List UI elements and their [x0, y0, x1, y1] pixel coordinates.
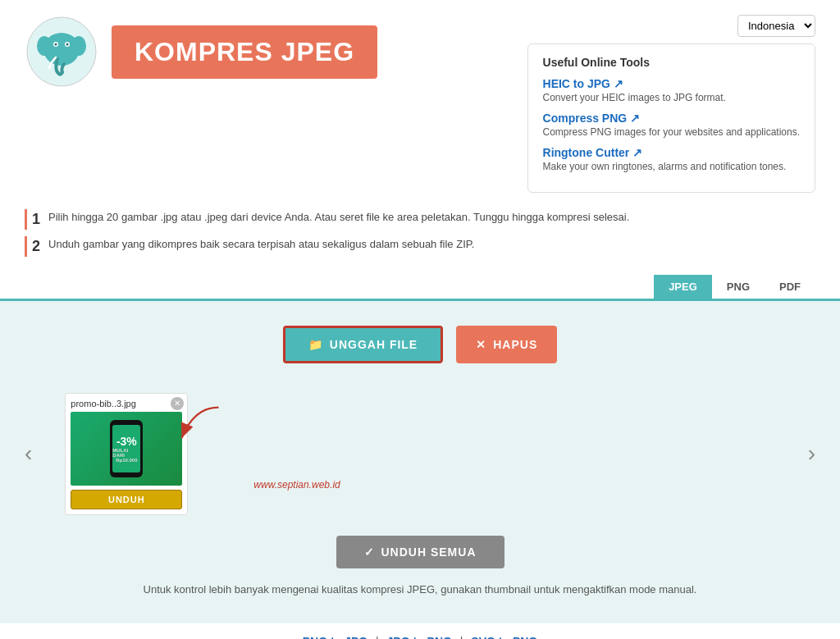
carousel-left-arrow[interactable]: ‹	[16, 432, 40, 475]
useful-tools-heading: Useful Online Tools	[543, 56, 800, 69]
top-bar: KOMPRES JPEG Indonesia English Useful On…	[0, 0, 840, 201]
svg-point-7	[66, 43, 69, 46]
file-cards: promo-bib..3.jpg ✕ -3% MULAI DARI Rp10.0…	[40, 393, 799, 515]
logo-elephant	[25, 15, 98, 89]
site-title: KOMPRES JPEG	[112, 25, 377, 79]
heic-to-jpg-link[interactable]: HEIC to JPG ↗	[543, 77, 623, 90]
watermark: www.septian.web.id	[253, 479, 340, 491]
svg-point-2	[37, 36, 52, 56]
delete-button-label: HAPUS	[493, 338, 537, 351]
arrow-indicator	[176, 401, 225, 450]
top-right: Indonesia English Useful Online Tools HE…	[527, 15, 815, 193]
tabs-bar: JPEG PNG PDF	[0, 275, 840, 301]
main-area: 📁 UNGGAH FILE ✕ HAPUS ‹ promo-bib..3.jpg…	[0, 301, 840, 623]
preview-label: MULAI DARI	[112, 448, 140, 458]
upload-button[interactable]: 📁 UNGGAH FILE	[283, 326, 443, 363]
delete-icon: ✕	[476, 338, 486, 351]
step-1-text: Pilih hingga 20 gambar .jpg atau .jpeg d…	[48, 209, 629, 226]
carousel-area: ‹ promo-bib..3.jpg ✕ -3% MULAI DARI Rp10…	[0, 388, 840, 519]
tab-pdf[interactable]: PDF	[765, 275, 815, 299]
preview-phone: -3% MULAI DARI Rp10.000	[110, 420, 143, 477]
download-all-button[interactable]: ✓ UNDUH SEMUA	[336, 536, 504, 568]
file-card-name: promo-bib..3.jpg	[71, 399, 182, 409]
download-all-label: UNDUH SEMUA	[381, 545, 477, 559]
compress-png-desc: Compress PNG images for your websites an…	[543, 126, 800, 138]
logo-area: KOMPRES JPEG	[25, 15, 377, 89]
compress-png-link[interactable]: Compress PNG ↗	[543, 112, 641, 125]
tab-png[interactable]: PNG	[712, 275, 765, 299]
preview-price: Rp10.000	[116, 458, 137, 463]
ringtone-cutter-link[interactable]: Ringtone Cutter ↗	[543, 146, 643, 159]
upload-icon: 📁	[308, 338, 323, 351]
footer-sep-2: |	[460, 635, 467, 639]
upload-row: 📁 UNGGAH FILE ✕ HAPUS	[0, 326, 840, 363]
preview-screen: -3% MULAI DARI Rp10.000	[112, 425, 140, 472]
tab-jpeg[interactable]: JPEG	[654, 275, 712, 299]
file-download-button[interactable]: UNDUH	[71, 490, 182, 509]
file-card-preview: -3% MULAI DARI Rp10.000	[71, 412, 182, 486]
footer-links: PNG to JPG | JPG to PNG | SVG to PNG	[0, 623, 840, 639]
heic-to-jpg-desc: Convert your HEIC images to JPG format.	[543, 92, 800, 103]
file-card: promo-bib..3.jpg ✕ -3% MULAI DARI Rp10.0…	[65, 393, 188, 515]
step-2-number: 2	[25, 236, 40, 257]
instruction-1: 1 Pilih hingga 20 gambar .jpg atau .jpeg…	[25, 209, 815, 230]
delete-button[interactable]: ✕ HAPUS	[456, 326, 557, 363]
download-all-icon: ✓	[364, 545, 375, 559]
preview-percent: -3%	[116, 435, 137, 448]
footer-sep-1: |	[376, 635, 382, 639]
svg-point-6	[55, 43, 57, 46]
footer-jpg-to-png[interactable]: JPG to PNG	[387, 635, 452, 639]
download-all-row: ✓ UNDUH SEMUA	[0, 536, 840, 568]
language-select[interactable]: Indonesia English	[737, 15, 815, 37]
info-text: Untuk kontrol lebih banyak mengenai kual…	[0, 577, 840, 607]
useful-tools-box: Useful Online Tools HEIC to JPG ↗ Conver…	[527, 43, 815, 193]
upload-button-label: UNGGAH FILE	[330, 338, 418, 351]
footer-png-to-jpg[interactable]: PNG to JPG	[303, 635, 368, 639]
step-1-number: 1	[25, 209, 40, 230]
ringtone-cutter-desc: Make your own ringtones, alarms and noti…	[543, 161, 800, 172]
instruction-2: 2 Unduh gambar yang dikompres baik secar…	[25, 236, 815, 257]
instructions: 1 Pilih hingga 20 gambar .jpg atau .jpeg…	[0, 201, 840, 275]
step-2-text: Unduh gambar yang dikompres baik secara …	[48, 236, 474, 253]
svg-point-3	[71, 36, 86, 56]
carousel-right-arrow[interactable]: ›	[800, 432, 824, 475]
footer-svg-to-png[interactable]: SVG to PNG	[471, 635, 537, 639]
